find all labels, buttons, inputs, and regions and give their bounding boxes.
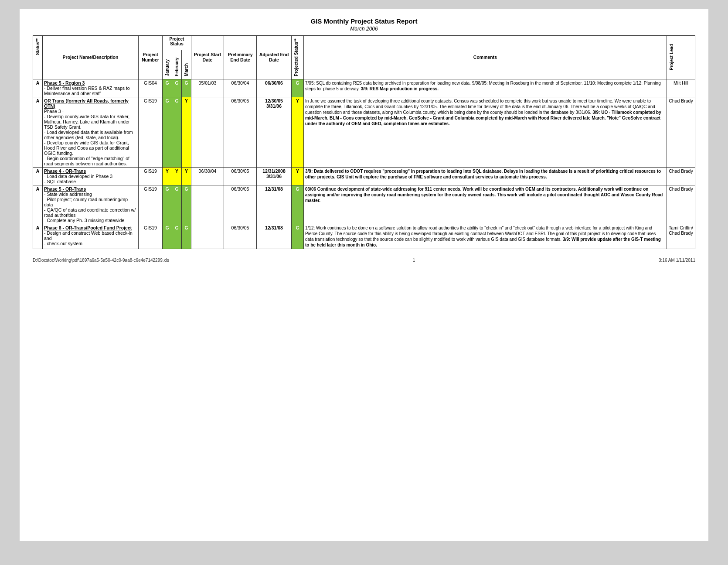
row-january-status: Y [163, 167, 172, 185]
row-project-number: GIS19 [139, 167, 163, 185]
row-comments: 1/12: Work continues to be done on a sof… [304, 224, 667, 249]
row-start-date: 05/01/03 [191, 79, 224, 97]
row-comments: 03/06 Continue development of state-wide… [304, 185, 667, 224]
row-status: A [33, 167, 43, 185]
row-adj-end: 12/30/05 3/31/06 [257, 97, 292, 167]
row-january-status: G [163, 97, 172, 167]
row-comments: 3/9: Data delivered to ODOT requires "pr… [304, 167, 667, 185]
row-january-status: G [163, 185, 172, 224]
row-projected-status: Y [292, 97, 304, 167]
row-start-date [191, 185, 224, 224]
footer-right: 3:16 AM 1/11/2011 [659, 258, 695, 263]
table-row: APhase 5 - OR-Trans- State wide addressi… [33, 185, 695, 224]
row-start-date [191, 224, 224, 249]
project-number-header: Project Number [139, 36, 163, 79]
row-project-number: GIS19 [139, 97, 163, 167]
row-prelim-end: 06/30/05 [224, 97, 257, 167]
row-project-lead: Tami Griffin/ Chad Brady [667, 224, 695, 249]
row-project-number: GIS19 [139, 185, 163, 224]
row-february-status: Y [172, 167, 182, 185]
project-name-header: Project Name/Description [43, 36, 139, 79]
march-header: March [182, 50, 191, 79]
status-header: Status** [33, 36, 43, 79]
footer-center: 1 [169, 258, 659, 263]
january-header: January [163, 50, 172, 79]
row-project-lead: Chad Brady [667, 167, 695, 185]
row-projected-status: Y [292, 167, 304, 185]
start-date-header: Project Start Date [191, 36, 224, 79]
row-start-date: 06/30/04 [191, 167, 224, 185]
row-january-status: G [163, 224, 172, 249]
lead-header: Project Lead [667, 36, 695, 79]
row-project-number: GIS19 [139, 224, 163, 249]
report-title: GIS Monthly Project Status Report [33, 17, 695, 25]
row-february-status: G [172, 97, 182, 167]
project-status-group-header: Project Status [163, 36, 191, 50]
row-comments: 7/05: SQL db containing RES data being a… [304, 79, 667, 97]
table-row: APhase 6 - OR-Trans/Pooled Fund Project-… [33, 224, 695, 249]
row-project-name: Phase 5 - OR-Trans- State wide addressin… [43, 185, 139, 224]
row-status: A [33, 185, 43, 224]
row-march-status: Y [182, 167, 191, 185]
row-project-name: Phase 6 - OR-Trans/Pooled Fund Project- … [43, 224, 139, 249]
comments-header: Comments [304, 36, 667, 79]
row-february-status: G [172, 224, 182, 249]
row-project-name: Phase 4 - OR-Trans- Load data developed … [43, 167, 139, 185]
february-header: February [172, 50, 182, 79]
row-project-number: GIS04 [139, 79, 163, 97]
table-row: APhase 4 - OR-Trans- Load data developed… [33, 167, 695, 185]
report-page: GIS Monthly Project Status Report March … [20, 9, 708, 541]
row-march-status: G [182, 185, 191, 224]
row-status: A [33, 224, 43, 249]
report-table: Status** Project Name/Description Projec… [33, 35, 695, 249]
row-prelim-end: 06/30/05 [224, 185, 257, 224]
table-row: AOR Trans (formerly All Roads, formerly … [33, 97, 695, 167]
header-row-1: Status** Project Name/Description Projec… [33, 36, 695, 50]
row-adj-end: 06/30/06 [257, 79, 292, 97]
adj-end-header: Adjusted End Date [257, 36, 292, 79]
row-project-lead: Chad Brady [667, 97, 695, 167]
row-march-status: G [182, 79, 191, 97]
row-adj-end: 12/31/2008 3/31/06 [257, 167, 292, 185]
row-january-status: G [163, 79, 172, 97]
row-project-lead: Milt Hill [667, 79, 695, 97]
row-project-name: Phase 5 - Region 3- Deliver final versio… [43, 79, 139, 97]
footer: D:\Docstoc\Working\pdf\1897a6a5-5a50-42c… [33, 258, 695, 263]
proj-status-header: Projected Status** [292, 36, 304, 79]
row-comments: In June we assumed the task of developin… [304, 97, 667, 167]
row-adj-end: 12/31/08 [257, 224, 292, 249]
row-march-status: Y [182, 97, 191, 167]
row-prelim-end: 06/30/05 [224, 224, 257, 249]
row-february-status: G [172, 79, 182, 97]
row-prelim-end: 06/30/04 [224, 79, 257, 97]
row-status: A [33, 79, 43, 97]
row-february-status: G [172, 185, 182, 224]
row-projected-status: G [292, 185, 304, 224]
table-row: APhase 5 - Region 3- Deliver final versi… [33, 79, 695, 97]
footer-left: D:\Docstoc\Working\pdf\1897a6a5-5a50-42c… [33, 258, 169, 263]
row-adj-end: 12/31/08 [257, 185, 292, 224]
row-prelim-end: 06/30/05 [224, 167, 257, 185]
row-project-name: OR Trans (formerly All Roads, formerly O… [43, 97, 139, 167]
row-project-lead: Chad Brady [667, 185, 695, 224]
row-march-status: G [182, 224, 191, 249]
row-start-date [191, 97, 224, 167]
row-projected-status: G [292, 79, 304, 97]
report-subtitle: March 2006 [33, 26, 695, 32]
row-projected-status: G [292, 224, 304, 249]
prelim-end-header: Preliminary End Date [224, 36, 257, 79]
row-status: A [33, 97, 43, 167]
